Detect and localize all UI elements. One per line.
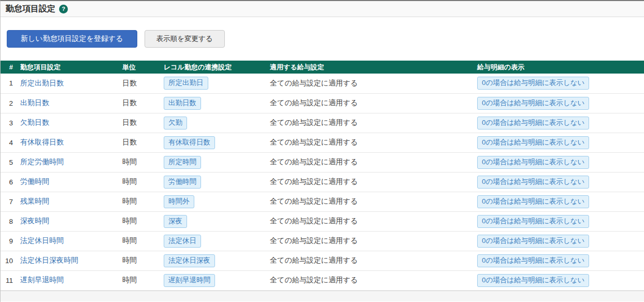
table-row: 2 出勤日数 日数 出勤日数 全ての給与設定に適用する 0の場合は給与明細に表示…	[1, 93, 644, 113]
attendance-item-link[interactable]: 所定労働時間	[20, 157, 64, 166]
unit-cell: 時間	[117, 231, 159, 251]
column-header-payslip-display: 給与明細の表示	[472, 61, 644, 74]
table-row: 9 法定休日時間 時間 法定休日 全ての給与設定に適用する 0の場合は給与明細に…	[1, 231, 644, 251]
column-header-salary-setting: 適用する給与設定	[265, 61, 472, 74]
page-title: 勤怠項目設定	[6, 4, 55, 15]
unit-cell: 時間	[117, 172, 159, 192]
row-number: 5	[1, 152, 16, 172]
help-icon[interactable]: ?	[59, 5, 68, 13]
attendance-items-table: # 勤怠項目設定 単位 レコル勤怠の連携設定 適用する給与設定 給与明細の表示 …	[1, 61, 644, 291]
table-footer	[1, 291, 644, 301]
recoru-link-tag: 法定休日	[164, 235, 201, 248]
salary-setting-cell: 全ての給与設定に適用する	[265, 93, 472, 113]
table-row: 5 所定労働時間 時間 所定時間 全ての給与設定に適用する 0の場合は給与明細に…	[1, 152, 644, 172]
attendance-item-link[interactable]: 出勤日数	[20, 98, 49, 107]
change-display-order-button[interactable]: 表示順を変更する	[145, 30, 225, 48]
row-number: 10	[1, 251, 16, 270]
salary-setting-cell: 全ての給与設定に適用する	[265, 172, 472, 192]
table-row: 3 欠勤日数 日数 欠勤 全ての給与設定に適用する 0の場合は給与明細に表示しな…	[1, 113, 644, 133]
attendance-item-link[interactable]: 法定休日時間	[20, 236, 64, 245]
row-number: 6	[1, 172, 16, 192]
register-attendance-item-button[interactable]: 新しい勤怠項目設定を登録する	[7, 30, 137, 48]
unit-cell: 日数	[117, 133, 159, 152]
unit-cell: 時間	[117, 211, 159, 231]
recoru-link-tag: 労働時間	[164, 176, 201, 189]
recoru-link-tag: 所定時間	[164, 156, 201, 169]
unit-cell: 日数	[117, 74, 159, 93]
recoru-link-tag: 時間外	[164, 195, 194, 208]
payslip-display-tag: 0の場合は給与明細に表示しない	[477, 156, 589, 169]
recoru-link-tag: 所定出勤日	[164, 77, 208, 90]
row-number: 2	[1, 93, 16, 113]
column-header-recoru-link: レコル勤怠の連携設定	[159, 61, 265, 74]
payslip-display-tag: 0の場合は給与明細に表示しない	[477, 195, 589, 208]
salary-setting-cell: 全ての給与設定に適用する	[265, 152, 472, 172]
salary-setting-cell: 全ての給与設定に適用する	[265, 74, 472, 93]
payslip-display-tag: 0の場合は給与明細に表示しない	[477, 117, 589, 130]
recoru-link-tag: 深夜	[164, 215, 187, 228]
row-number: 4	[1, 133, 16, 152]
unit-cell: 時間	[117, 270, 159, 290]
recoru-link-tag: 出勤日数	[164, 97, 201, 110]
attendance-item-link[interactable]: 労働時間	[20, 177, 49, 185]
payslip-display-tag: 0の場合は給与明細に表示しない	[477, 235, 589, 248]
salary-setting-cell: 全ての給与設定に適用する	[265, 113, 472, 133]
payslip-display-tag: 0の場合は給与明細に表示しない	[477, 254, 589, 267]
column-header-unit: 単位	[117, 61, 159, 74]
table-header-row: # 勤怠項目設定 単位 レコル勤怠の連携設定 適用する給与設定 給与明細の表示	[1, 61, 644, 74]
table-row: 4 有休取得日数 日数 有休取得日数 全ての給与設定に適用する 0の場合は給与明…	[1, 133, 644, 152]
row-number: 8	[1, 211, 16, 231]
row-number: 9	[1, 231, 16, 251]
payslip-display-tag: 0の場合は給与明細に表示しない	[477, 77, 589, 90]
attendance-item-link[interactable]: 欠勤日数	[20, 118, 49, 126]
table-row: 1 所定出勤日数 日数 所定出勤日 全ての給与設定に適用する 0の場合は給与明細…	[1, 74, 644, 93]
recoru-link-tag: 法定休日深夜	[164, 254, 215, 267]
unit-cell: 日数	[117, 93, 159, 113]
payslip-display-tag: 0の場合は給与明細に表示しない	[477, 176, 589, 189]
row-number: 11	[1, 270, 16, 290]
row-number: 3	[1, 113, 16, 133]
unit-cell: 時間	[117, 152, 159, 172]
salary-setting-cell: 全ての給与設定に適用する	[265, 133, 472, 152]
unit-cell: 時間	[117, 251, 159, 270]
row-number: 7	[1, 192, 16, 211]
attendance-item-link[interactable]: 遅刻早退時間	[20, 276, 64, 284]
title-bar: 勤怠項目設定 ?	[1, 1, 644, 17]
row-number: 1	[1, 74, 16, 93]
payslip-display-tag: 0の場合は給与明細に表示しない	[477, 136, 589, 149]
payslip-display-tag: 0の場合は給与明細に表示しない	[477, 97, 589, 110]
column-header-number: #	[1, 61, 16, 74]
salary-setting-cell: 全ての給与設定に適用する	[265, 211, 472, 231]
attendance-item-link[interactable]: 法定休日深夜時間	[20, 256, 78, 264]
unit-cell: 時間	[117, 192, 159, 211]
attendance-item-link[interactable]: 深夜時間	[20, 217, 49, 225]
salary-setting-cell: 全ての給与設定に適用する	[265, 192, 472, 211]
attendance-item-link[interactable]: 残業時間	[20, 197, 49, 205]
table-row: 6 労働時間 時間 労働時間 全ての給与設定に適用する 0の場合は給与明細に表示…	[1, 172, 644, 192]
table-row: 11 遅刻早退時間 時間 遅刻早退時間 全ての給与設定に適用する 0の場合は給与…	[1, 270, 644, 290]
table-row: 7 残業時間 時間 時間外 全ての給与設定に適用する 0の場合は給与明細に表示し…	[1, 192, 644, 211]
attendance-item-link[interactable]: 有休取得日数	[20, 138, 64, 146]
unit-cell: 日数	[117, 113, 159, 133]
recoru-link-tag: 遅刻早退時間	[164, 274, 215, 287]
recoru-link-tag: 有休取得日数	[164, 136, 215, 149]
attendance-item-link[interactable]: 所定出勤日数	[20, 79, 64, 87]
salary-setting-cell: 全ての給与設定に適用する	[265, 270, 472, 290]
toolbar: 新しい勤怠項目設定を登録する 表示順を変更する	[1, 17, 644, 61]
column-header-item-name: 勤怠項目設定	[16, 61, 117, 74]
table-row: 8 深夜時間 時間 深夜 全ての給与設定に適用する 0の場合は給与明細に表示しな…	[1, 211, 644, 231]
table-row: 10 法定休日深夜時間 時間 法定休日深夜 全ての給与設定に適用する 0の場合は…	[1, 251, 644, 270]
payslip-display-tag: 0の場合は給与明細に表示しない	[477, 274, 589, 287]
payslip-display-tag: 0の場合は給与明細に表示しない	[477, 215, 589, 228]
recoru-link-tag: 欠勤	[164, 117, 187, 130]
salary-setting-cell: 全ての給与設定に適用する	[265, 251, 472, 270]
salary-setting-cell: 全ての給与設定に適用する	[265, 231, 472, 251]
